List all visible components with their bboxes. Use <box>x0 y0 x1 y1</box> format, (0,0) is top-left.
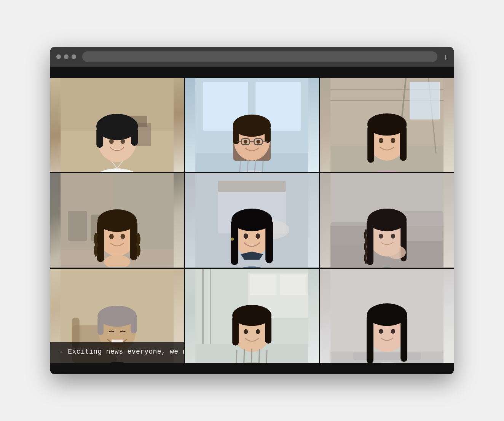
svg-point-144 <box>391 329 395 333</box>
video-grid-wrapper: – Exciting news everyone, we now have li… <box>50 67 454 374</box>
svg-point-96 <box>391 234 395 239</box>
svg-rect-123 <box>233 315 239 345</box>
svg-point-83 <box>256 234 260 239</box>
svg-point-67 <box>109 234 114 239</box>
participant-cell-5 <box>185 173 319 267</box>
participant-cell-7: – Exciting news everyone, we now have li… <box>50 269 184 363</box>
svg-point-68 <box>121 234 125 239</box>
browser-dots <box>56 54 76 59</box>
participant-avatar-5 <box>185 173 319 267</box>
svg-point-52 <box>379 138 383 143</box>
svg-point-31 <box>244 140 247 144</box>
svg-rect-88 <box>330 222 368 245</box>
browser-titlebar: ↓ <box>50 47 454 67</box>
black-bar-bottom <box>50 363 454 374</box>
browser-addressbar[interactable] <box>82 51 437 62</box>
svg-rect-24 <box>233 126 239 144</box>
svg-point-53 <box>391 138 395 143</box>
svg-point-95 <box>379 234 383 239</box>
participant-cell-8 <box>185 269 319 363</box>
participant-avatar-1 <box>50 78 184 172</box>
captions-overlay: – Exciting news everyone, we now have li… <box>50 342 184 363</box>
svg-rect-124 <box>265 315 272 343</box>
svg-rect-66 <box>130 221 137 260</box>
svg-rect-141 <box>367 314 373 363</box>
svg-rect-79 <box>231 220 239 265</box>
svg-point-11 <box>109 139 114 144</box>
participant-cell-6 <box>320 173 454 267</box>
svg-rect-115 <box>250 274 276 295</box>
browser-content: – Exciting news everyone, we now have li… <box>50 67 454 374</box>
svg-rect-108 <box>131 316 137 333</box>
video-grid: – Exciting news everyone, we now have li… <box>50 78 454 363</box>
svg-point-51 <box>367 113 407 134</box>
participant-avatar-2 <box>185 78 319 172</box>
browser-dot-2 <box>64 54 69 59</box>
svg-rect-80 <box>266 220 273 263</box>
svg-rect-107 <box>97 316 104 335</box>
svg-point-10 <box>96 115 138 137</box>
svg-rect-73 <box>218 181 286 192</box>
svg-rect-44 <box>410 82 440 120</box>
participant-cell-3 <box>320 78 454 172</box>
svg-rect-65 <box>97 221 104 262</box>
participant-avatar-8 <box>185 269 319 363</box>
participant-avatar-9 <box>320 269 454 363</box>
participant-cell-2 <box>185 78 319 172</box>
participant-avatar-6 <box>320 173 454 267</box>
svg-point-12 <box>121 139 125 144</box>
svg-point-82 <box>244 234 248 239</box>
captions-text: – Exciting news everyone, we now have li… <box>59 348 184 356</box>
svg-point-32 <box>257 140 260 144</box>
browser-window: ↓ <box>50 47 454 374</box>
svg-rect-93 <box>367 220 373 265</box>
browser-dot-1 <box>56 54 61 59</box>
svg-point-126 <box>256 329 260 334</box>
svg-rect-57 <box>68 211 87 241</box>
download-icon[interactable]: ↓ <box>443 52 448 62</box>
svg-rect-136 <box>353 352 421 360</box>
svg-point-125 <box>244 329 248 334</box>
svg-point-143 <box>379 329 383 333</box>
participant-avatar-3 <box>320 78 454 172</box>
participant-cell-9 <box>320 269 454 363</box>
svg-rect-116 <box>280 274 306 295</box>
svg-rect-142 <box>400 314 407 362</box>
browser-dot-3 <box>72 54 76 59</box>
svg-point-97 <box>387 246 405 259</box>
participant-cell-4 <box>50 173 184 267</box>
participant-cell-1 <box>50 78 184 172</box>
svg-rect-25 <box>265 126 271 143</box>
participant-avatar-4 <box>50 173 184 267</box>
black-bar-top <box>50 67 454 78</box>
svg-point-81 <box>231 238 234 241</box>
